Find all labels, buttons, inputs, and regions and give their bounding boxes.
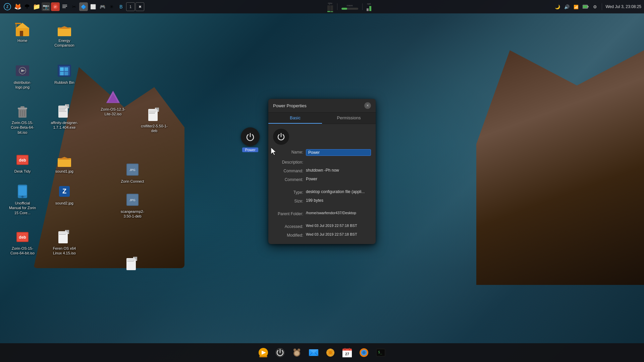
desktop-icon-sound1[interactable]: JPG Zorin Connect <box>117 160 148 185</box>
panel-sep-2 <box>362 3 363 10</box>
desk-tidy-label: sound1.jpg <box>55 169 73 174</box>
svg-rect-29 <box>60 72 64 75</box>
dialog-close-button[interactable]: × <box>364 102 371 109</box>
desktop-icon-zorin-os-12-lite[interactable]: cnifilter2-5.50-1-deb <box>139 105 169 135</box>
panel-app8[interactable]: 🔷 <box>79 2 88 11</box>
panel-app13[interactable]: 1 <box>126 2 135 11</box>
affinity-designer-label: Zorin-OS-12.3-Lite-32.iso <box>99 107 127 117</box>
svg-text:27: 27 <box>345 352 349 356</box>
tab-permissions[interactable]: Permissions <box>322 113 376 124</box>
parent-folder-value: /home/swarfendor437/Desktop <box>306 211 371 215</box>
svg-rect-81 <box>127 261 134 261</box>
taskbar-calendar[interactable]: 27 <box>340 345 355 360</box>
field-modified: Modified: Wed 03 Jul 2019 22:57:18 BST <box>268 231 376 239</box>
lewis-capaldi-label: distributor-logo.png <box>9 80 36 90</box>
rubbish-bin-label: Zorin-OS-15-Core-Beta-64-bit.iso <box>9 120 36 135</box>
svg-rect-11 <box>588 6 589 7</box>
panel-snip[interactable]: ✂ <box>70 2 78 11</box>
home-label: Home <box>17 38 27 43</box>
svg-point-91 <box>293 349 296 351</box>
svg-rect-103 <box>332 352 334 353</box>
svg-point-112 <box>362 351 366 354</box>
panel-app5[interactable]: P <box>51 2 60 11</box>
field-comment: Comment: Power <box>268 175 376 184</box>
settings-icon[interactable]: ⚙ <box>592 3 598 10</box>
panel-app6[interactable] <box>60 2 69 11</box>
desktop-icon-feren-os[interactable] <box>117 254 148 274</box>
svg-point-99 <box>329 351 332 354</box>
svg-text:JPG: JPG <box>129 168 136 172</box>
svg-text:Z: Z <box>6 5 8 9</box>
svg-rect-88 <box>259 356 267 357</box>
taskbar: 27 $_ <box>0 343 644 362</box>
svg-rect-39 <box>59 108 66 109</box>
type-label: Type: <box>273 189 303 195</box>
panel-firefox[interactable]: 🦊 <box>13 2 22 11</box>
desktop-icon-unofficial-manual[interactable]: Z sound2.jpg <box>49 182 79 207</box>
mem-indicator: mem <box>340 4 360 10</box>
desktop-icon-cnifilter2[interactable]: deb Desk Tidy <box>7 150 38 175</box>
audio-icon[interactable]: 🔊 <box>564 3 570 10</box>
command-value: shutdown -Ph now <box>306 168 371 173</box>
taskbar-terminal[interactable]: $_ <box>373 345 388 360</box>
top-panel: Z 🦊 🌩 📁 📷 P ✂ 🔷 ⬜ 🎮 ✳ B 1 ✖ cpu <box>0 0 644 13</box>
desktop-icon-lewis-capaldi[interactable]: distributor-logo.png <box>7 61 38 91</box>
panel-app10[interactable]: 🎮 <box>98 2 107 11</box>
svg-rect-33 <box>20 106 24 108</box>
tab-basic[interactable]: Basic <box>268 113 322 124</box>
panel-right: 🌙 🔊 📶 ⚙ Wed Jul 3, 23:08:25 <box>554 3 641 10</box>
command-label: Command: <box>273 168 303 173</box>
desktop-icon-zorin-os-15-64[interactable]: Feren OS x64 Linux 4.15.iso <box>49 227 79 257</box>
field-divider-1 <box>268 184 376 188</box>
svg-text:deb: deb <box>19 158 26 163</box>
desktop-icon-distributor-logo[interactable]: Rubbish Bin <box>49 61 79 86</box>
panel-screenshot[interactable]: 📷 <box>42 2 50 11</box>
wifi-icon[interactable]: 📶 <box>573 3 580 10</box>
power-properties-dialog[interactable]: Power Properties × Basic Permissions Nam… <box>268 99 376 244</box>
desktop-icon-sound2[interactable]: JPG scangearmp2-3.50-1-deb <box>117 190 148 220</box>
zorin-os-15-beta-label: affinity-designer-1.7.1.404.exe <box>51 120 78 130</box>
power-floating-circle <box>241 127 260 146</box>
field-size: Size: 199 bytes <box>268 196 376 205</box>
desktop-icon-desk-tidy[interactable]: sound1.jpg <box>49 150 79 175</box>
panel-thunderbird[interactable]: 🌩 <box>23 2 32 11</box>
name-input[interactable] <box>306 149 371 156</box>
modified-value: Wed 03 Jul 2019 22:57:18 BST <box>306 232 371 236</box>
field-command: Command: shutdown -Ph now <box>268 166 376 175</box>
svg-rect-12 <box>583 5 587 8</box>
desktop-icon-scangearmp2[interactable]: deb Zorin-OS-15-Core-64-bit.iso <box>7 227 38 257</box>
power-floating-label: Power <box>242 147 258 152</box>
panel-sep-3 <box>602 3 602 10</box>
panel-app9[interactable]: ⬜ <box>89 2 97 11</box>
cpu-label: cpu <box>328 2 332 5</box>
panel-app12[interactable]: B <box>117 2 125 11</box>
desktop-icon-home[interactable]: Home <box>7 19 38 44</box>
taskbar-mail[interactable] <box>306 345 321 360</box>
power-desktop-floating-icon[interactable]: Power <box>241 127 260 152</box>
panel-app14[interactable]: ✖ <box>136 2 144 11</box>
scangearmp2-label: Zorin-OS-15-Core-64-bit.iso <box>9 246 36 256</box>
svg-rect-40 <box>59 110 65 110</box>
field-type: Type: desktop configuration file (appli.… <box>268 188 376 196</box>
desktop-icon-energy-comparison[interactable]: Energy Comparison <box>49 19 79 49</box>
svg-rect-50 <box>149 113 155 114</box>
dialog-title: Power Properties <box>273 103 307 108</box>
zorin-os-15-64-label: Feren OS x64 Linux 4.15.iso <box>51 246 78 256</box>
svg-rect-107 <box>344 348 345 351</box>
desktop-icon-zorin-connect[interactable]: Unofficial Manual for Zorin 15 Core... <box>7 182 38 217</box>
panel-app11[interactable]: ✳ <box>107 2 116 11</box>
taskbar-pets[interactable] <box>289 345 304 360</box>
desktop-icon-zorin-os-15-beta[interactable]: affinity-designer-1.7.1.404.exe <box>49 102 79 131</box>
zorin-logo-button[interactable]: Z <box>3 2 12 11</box>
battery-icon[interactable] <box>582 3 589 10</box>
panel-files[interactable]: 📁 <box>32 2 41 11</box>
night-mode-icon[interactable]: 🌙 <box>554 3 561 10</box>
svg-rect-5 <box>62 5 67 5</box>
desktop-icon-rubbish-bin[interactable]: Zorin-OS-15-Core-Beta-64-bit.iso <box>7 102 38 136</box>
svg-rect-49 <box>149 112 156 112</box>
desktop-icon-affinity-designer[interactable]: Zorin-OS-12.3-Lite-32.iso <box>98 88 128 118</box>
taskbar-firefox[interactable] <box>357 345 371 360</box>
taskbar-system[interactable] <box>323 345 338 360</box>
taskbar-power[interactable] <box>273 345 287 360</box>
taskbar-vlc[interactable] <box>256 345 271 360</box>
